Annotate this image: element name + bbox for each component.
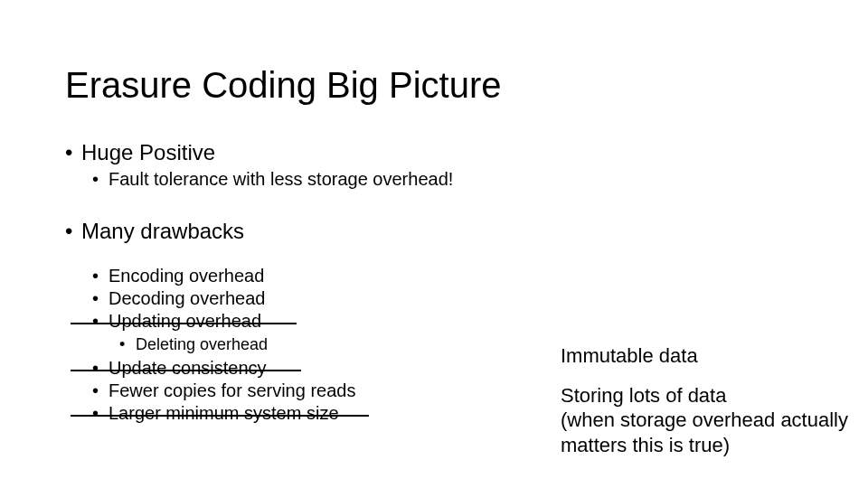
bullet-positive-heading: Huge Positive xyxy=(65,140,553,165)
note-immutable: Immutable data xyxy=(561,343,868,369)
bullet-positive-item: Fault tolerance with less storage overhe… xyxy=(92,169,553,190)
struck-text: Larger minimum system size xyxy=(108,403,339,424)
strikethrough-line xyxy=(71,415,369,417)
bullet-drawback-subitem: Deleting overhead xyxy=(119,335,553,354)
side-notes: Immutable data Storing lots of data (whe… xyxy=(561,343,868,457)
slide-title: Erasure Coding Big Picture xyxy=(65,65,501,106)
bullet-drawback-item: Decoding overhead xyxy=(92,288,553,309)
strikethrough-line xyxy=(71,323,297,324)
bullet-text: Update consistency xyxy=(108,358,267,378)
bullet-text: Deleting overhead xyxy=(136,335,268,353)
spacer xyxy=(65,192,553,219)
spacer xyxy=(65,248,553,264)
bullet-drawback-item: Updating overhead xyxy=(92,311,553,332)
struck-text: Updating overhead xyxy=(108,311,261,332)
bullet-text: Larger minimum system size xyxy=(108,403,339,423)
struck-text: Update consistency xyxy=(108,358,267,379)
note-storing-line1: Storing lots of data xyxy=(561,383,868,408)
bullet-drawback-item: Fewer copies for serving reads xyxy=(92,380,553,401)
bullet-text: Encoding overhead xyxy=(108,266,264,286)
strikethrough-line xyxy=(71,370,301,371)
bullet-drawback-item: Update consistency xyxy=(92,358,553,379)
bullet-drawbacks-heading: Many drawbacks xyxy=(65,219,553,244)
bullet-text: Fewer copies for serving reads xyxy=(108,380,355,400)
bullet-text: Decoding overhead xyxy=(108,288,265,308)
bullet-text: Updating overhead xyxy=(108,311,261,331)
bullet-drawback-item: Encoding overhead xyxy=(92,266,553,286)
slide-body: Huge Positive Fault tolerance with less … xyxy=(65,140,553,426)
slide: Erasure Coding Big Picture Huge Positive… xyxy=(0,0,868,488)
note-storing-line2: (when storage overhead actually matters … xyxy=(561,408,868,457)
bullet-drawback-item: Larger minimum system size xyxy=(92,403,553,424)
